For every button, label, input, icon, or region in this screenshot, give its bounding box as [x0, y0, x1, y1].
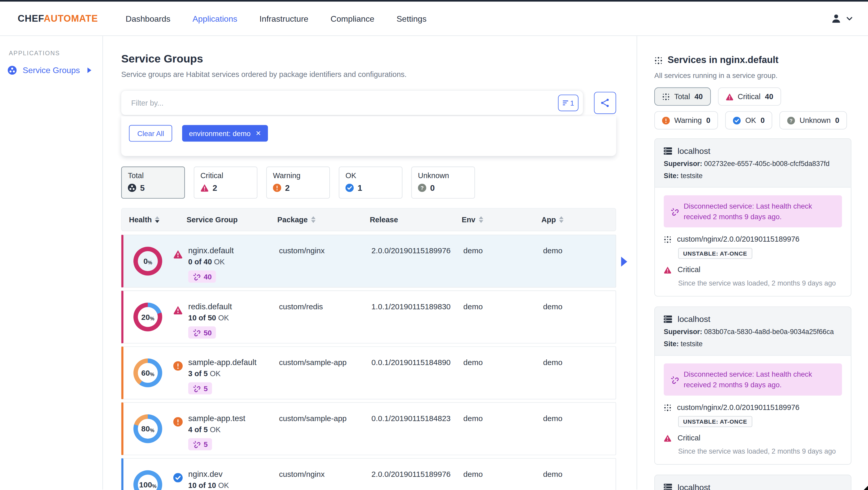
ok-count: 10 of 50 [188, 314, 216, 322]
package-dots-icon [664, 235, 672, 243]
nav-item[interactable]: Applications [192, 14, 237, 23]
alert-text: Disconnected service: Last health check … [684, 369, 835, 390]
nav-item[interactable]: Compliance [331, 14, 374, 23]
status-pill[interactable]: ? Unknown 0 [780, 111, 847, 130]
share-button[interactable] [594, 92, 616, 114]
filter-count-button[interactable]: 1 [558, 95, 579, 111]
column-label: Package [277, 216, 308, 224]
service-group-name: nginx.dev [188, 469, 279, 479]
status-filter-card[interactable]: Warning 2 [266, 166, 330, 199]
service-group-row[interactable]: 80% sample-app.test 4 of 5 OK 5 custom/s… [121, 402, 616, 455]
status-pill-count: 40 [694, 92, 703, 101]
health-percent: 0 [144, 257, 148, 265]
services-side-panel: Services in nginx.default All services r… [637, 36, 868, 489]
health-donut: 0% [133, 247, 162, 275]
disconnected-count-chip[interactable]: 40 [188, 270, 216, 283]
service-group-name: sample-app.test [188, 414, 279, 423]
host-name: localhost [678, 483, 710, 490]
service-health-label: Critical [678, 434, 700, 442]
service-status-pills: Total 40 Critical 40 Warning 0 OK 0 ? Un… [654, 88, 851, 130]
status-pill[interactable]: OK 0 [725, 111, 772, 130]
status-pill[interactable]: Warning 0 [654, 111, 718, 130]
filter-area: 1 Clear All environment: demo ✕ [121, 91, 616, 156]
status-filter-card[interactable]: Total 5 [121, 166, 185, 199]
status-pill-count: 40 [765, 92, 773, 101]
chip-close-icon[interactable]: ✕ [255, 129, 261, 137]
service-group-row[interactable]: 100% nginx.dev 10 of 10 OK 10 custom/ngi… [121, 458, 616, 490]
status-count: 2 [213, 183, 217, 192]
site-label: Site: [664, 172, 679, 180]
clear-all-button[interactable]: Clear All [129, 125, 172, 141]
column-header[interactable]: Service Group [187, 216, 277, 224]
critical-icon [664, 266, 672, 274]
disconnected-alert: Disconnected service: Last health check … [664, 195, 842, 227]
status-pill[interactable]: Critical 40 [718, 88, 781, 106]
status-filter-card[interactable]: Unknown ? 0 [411, 166, 475, 199]
main-nav: Dashboards Applications Infrastructure C… [126, 14, 831, 23]
ok-suffix: OK [214, 258, 225, 266]
filter-input[interactable] [130, 98, 558, 107]
mouse-cursor [859, 485, 868, 490]
broken-link-icon [193, 384, 200, 392]
supervisor-label: Supervisor: [664, 328, 702, 336]
service-group-name: redis.default [188, 302, 279, 311]
status-icon [345, 184, 354, 192]
status-pill[interactable]: Total 40 [654, 88, 711, 106]
app-cell: demo [543, 403, 616, 455]
status-pill-icon [662, 93, 670, 100]
sidebar-item-service-groups[interactable]: Service Groups [0, 65, 102, 75]
chip-count: 5 [204, 440, 208, 449]
release-cell: 1.0.1/20190115189830 [371, 291, 463, 343]
ok-suffix: OK [210, 369, 221, 378]
status-filter-card[interactable]: Critical 2 [194, 166, 257, 199]
disconnected-count-chip[interactable]: 5 [188, 382, 212, 394]
disconnected-count-chip[interactable]: 50 [188, 326, 216, 338]
service-group-list: 0% nginx.default 0 of 40 OK 40 custom/ng… [121, 235, 616, 490]
nav-item[interactable]: Infrastructure [259, 14, 308, 23]
broken-link-icon [671, 201, 679, 222]
service-group-row[interactable]: 60% sample-app.default 3 of 5 OK 5 custo… [121, 346, 616, 399]
status-filter-card[interactable]: OK 1 [339, 166, 402, 199]
health-cell: 100% [131, 458, 188, 490]
package-id: custom/nginx/2.0.0/20190115189976 [677, 403, 800, 412]
column-header[interactable]: Health [129, 216, 187, 224]
column-header[interactable]: Env [462, 216, 541, 224]
nav-item[interactable]: Dashboards [126, 14, 170, 23]
table-header: Health Service Group Package Release Env… [121, 208, 616, 231]
column-label: Service Group [187, 216, 238, 224]
disconnected-count-chip[interactable]: 5 [188, 438, 212, 450]
health-percent: 80 [141, 424, 150, 433]
user-menu[interactable] [831, 13, 852, 24]
status-icon [273, 184, 281, 192]
status-label: Warning [273, 171, 330, 180]
svg-text:?: ? [790, 118, 793, 123]
supervisor-id: 002732ee-6557-405c-b008-cfcf5da837fd [704, 160, 830, 168]
chef-automate-logo[interactable]: CHEFAUTOMATE [18, 13, 98, 24]
status-icon: ? [418, 184, 426, 192]
status-pill-label: OK [745, 116, 756, 124]
sort-icon [479, 216, 483, 223]
server-icon [664, 483, 672, 490]
package-cell: custom/sample-app [279, 347, 371, 399]
status-icon [200, 184, 209, 192]
column-header[interactable]: Package [277, 216, 370, 224]
health-cell: 80% [131, 403, 188, 455]
column-header[interactable]: App [541, 216, 616, 224]
panel-title-row: Services in nginx.default [654, 55, 851, 66]
filter-chip[interactable]: environment: demo ✕ [182, 125, 268, 141]
sort-icon [155, 216, 160, 223]
status-pill-count: 0 [761, 116, 765, 124]
chevron-down-icon[interactable] [846, 16, 852, 21]
logo-chef: CHEF [18, 13, 44, 24]
disconnected-alert: Disconnected service: Last health check … [664, 363, 842, 395]
filter-count: 1 [570, 99, 574, 107]
user-profile-icon[interactable] [831, 13, 841, 24]
service-card: localhost Supervisor: 002732ee-6557-405c… [654, 138, 851, 297]
status-pill-icon [733, 117, 741, 124]
nav-item[interactable]: Settings [397, 14, 427, 23]
service-group-row[interactable]: 0% nginx.default 0 of 40 OK 40 custom/ng… [121, 235, 616, 288]
column-header[interactable]: Release [370, 216, 462, 224]
health-since-text: Since the service was loaded, 2 months 9… [678, 279, 842, 287]
app-cell: demo [543, 347, 616, 399]
service-group-row[interactable]: 20% redis.default 10 of 50 OK 50 custom/… [121, 290, 616, 344]
